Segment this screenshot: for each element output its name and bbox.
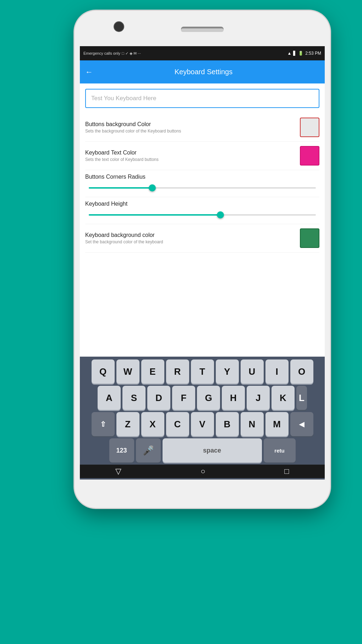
buttons-background-color-text: Buttons background Color Sets the backgr… xyxy=(85,121,300,134)
keyboard-background-color-row[interactable]: Keyboard background color Set the backgr… xyxy=(85,224,319,253)
buttons-corners-radius-slider[interactable] xyxy=(85,184,319,191)
key-i[interactable]: I xyxy=(265,359,289,384)
buttons-corners-radius-section: Buttons Corners Radius xyxy=(85,170,319,197)
key-x[interactable]: X xyxy=(141,412,164,436)
keyboard-height-slider[interactable] xyxy=(85,211,319,218)
status-right: ▲ ▋ 🔋 2:53 PM xyxy=(287,51,321,56)
nav-recents-icon[interactable]: □ xyxy=(284,467,289,476)
keyboard-background-color-desc: Set the background color of the keyboard xyxy=(85,239,300,244)
key-m[interactable]: M xyxy=(265,412,289,436)
key-return[interactable]: retu xyxy=(264,438,296,462)
status-icons: □ ✓ ◈ ✉ ··· xyxy=(122,51,141,56)
status-bar: Emergency calls only □ ✓ ◈ ✉ ··· ▲ ▋ 🔋 2… xyxy=(80,46,325,60)
nav-bar: ▽ ○ □ xyxy=(80,465,325,478)
slider-thumb-2[interactable] xyxy=(217,211,224,218)
key-d[interactable]: D xyxy=(147,386,170,410)
keyboard-text-color-desc: Sets the text color of Keyboard buttons xyxy=(85,157,300,162)
key-l-partial[interactable]: L xyxy=(296,386,307,410)
keyboard-background-color-text: Keyboard background color Set the backgr… xyxy=(85,232,300,244)
emergency-calls-text: Emergency calls only xyxy=(83,51,120,55)
key-space[interactable]: space xyxy=(163,438,262,462)
slider-track-1 xyxy=(89,187,316,189)
keyboard-background-color-swatch[interactable] xyxy=(300,228,319,248)
key-shift[interactable]: ⇧ xyxy=(92,412,115,436)
slider-filled-1 xyxy=(89,187,152,189)
keyboard-text-color-text: Keyboard Text Color Sets the text color … xyxy=(85,150,300,162)
app-bar: ← Keyboard Settings xyxy=(80,60,325,83)
nav-home-icon[interactable]: ○ xyxy=(201,467,205,476)
signal-icon: ▋ xyxy=(293,51,296,56)
key-g[interactable]: G xyxy=(197,386,220,410)
slider-thumb-1[interactable] xyxy=(149,184,156,191)
app-bar-title: Keyboard Settings xyxy=(98,68,309,76)
keyboard-row-2: A S D F G H J K L xyxy=(80,386,325,410)
keyboard-text-color-title: Keyboard Text Color xyxy=(85,150,300,156)
keyboard-background-color-title: Keyboard background color xyxy=(85,232,300,238)
keyboard-row-3: ⇧ Z X C V B N M ◄ xyxy=(80,412,325,436)
key-backspace[interactable]: ◄ xyxy=(290,412,313,436)
key-c[interactable]: C xyxy=(166,412,189,436)
key-y[interactable]: Y xyxy=(216,359,239,384)
key-r[interactable]: R xyxy=(166,359,189,384)
key-f[interactable]: F xyxy=(172,386,195,410)
key-q[interactable]: Q xyxy=(92,359,115,384)
key-microphone[interactable]: 🎤 xyxy=(136,438,161,462)
keyboard-row-1: Q W E R T Y U I O xyxy=(80,359,325,384)
phone-screen: Emergency calls only □ ✓ ◈ ✉ ··· ▲ ▋ 🔋 2… xyxy=(80,46,325,480)
buttons-corners-radius-title: Buttons Corners Radius xyxy=(85,174,319,180)
key-w[interactable]: W xyxy=(116,359,139,384)
key-b[interactable]: B xyxy=(216,412,239,436)
key-h[interactable]: H xyxy=(222,386,245,410)
nav-back-icon[interactable]: ▽ xyxy=(115,467,121,476)
back-button[interactable]: ← xyxy=(85,67,93,77)
key-u[interactable]: U xyxy=(241,359,264,384)
buttons-background-color-swatch[interactable] xyxy=(300,118,319,137)
status-time: 2:53 PM xyxy=(305,51,321,56)
status-left: Emergency calls only □ ✓ ◈ ✉ ··· xyxy=(83,51,141,56)
phone-top-bar xyxy=(181,28,224,32)
wifi-icon: ▲ xyxy=(287,51,291,56)
key-o[interactable]: O xyxy=(290,359,313,384)
battery-icon: 🔋 xyxy=(298,51,303,56)
key-t[interactable]: T xyxy=(191,359,214,384)
keyboard-text-color-row[interactable]: Keyboard Text Color Sets the text color … xyxy=(85,142,319,170)
slider-filled-2 xyxy=(89,214,220,216)
key-s[interactable]: S xyxy=(122,386,146,410)
slider-track-2 xyxy=(89,214,316,216)
key-123[interactable]: 123 xyxy=(109,438,134,462)
phone-frame: Emergency calls only □ ✓ ◈ ✉ ··· ▲ ▋ 🔋 2… xyxy=(75,11,330,508)
test-input-placeholder: Test You Keyboard Here xyxy=(91,95,156,102)
keyboard-text-color-swatch[interactable] xyxy=(300,146,319,166)
buttons-background-color-title: Buttons background Color xyxy=(85,121,300,128)
key-e[interactable]: E xyxy=(141,359,164,384)
key-j[interactable]: J xyxy=(247,386,270,410)
keyboard-overlay: Q W E R T Y U I O A S D F G H xyxy=(80,357,325,480)
content-area: Test You Keyboard Here Buttons backgroun… xyxy=(80,83,325,258)
test-input-container[interactable]: Test You Keyboard Here xyxy=(85,89,319,108)
key-k[interactable]: K xyxy=(272,386,295,410)
keyboard-row-4: 123 🎤 space retu xyxy=(80,438,325,462)
key-a[interactable]: A xyxy=(98,386,121,410)
camera-icon xyxy=(114,21,124,32)
key-v[interactable]: V xyxy=(191,412,214,436)
key-z[interactable]: Z xyxy=(116,412,139,436)
buttons-background-color-desc: Sets the background color of the Keyboar… xyxy=(85,129,300,134)
key-n[interactable]: N xyxy=(241,412,264,436)
phone-outer: Emergency calls only □ ✓ ◈ ✉ ··· ▲ ▋ 🔋 2… xyxy=(57,0,305,644)
keyboard-height-section: Keyboard Height xyxy=(85,197,319,224)
buttons-background-color-row[interactable]: Buttons background Color Sets the backgr… xyxy=(85,113,319,142)
keyboard-height-title: Keyboard Height xyxy=(85,201,319,207)
